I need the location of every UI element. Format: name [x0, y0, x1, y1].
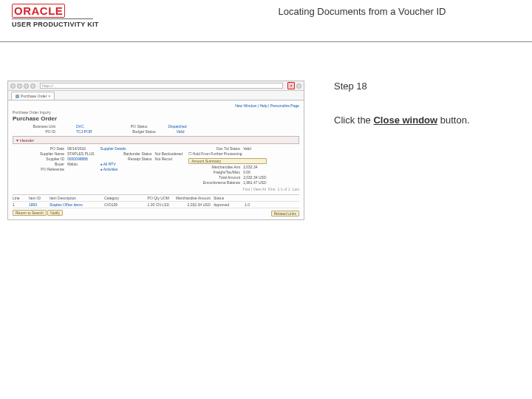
link-supplier-details[interactable]: Supplier Details	[100, 146, 126, 151]
link-activities[interactable]: ● Activities	[100, 167, 118, 171]
amount-summary-button[interactable]: Amount Summary	[188, 158, 266, 164]
oracle-logo: ORACLE	[12, 4, 204, 17]
brand-block: ORACLE USER PRODUCTIVITY KIT	[12, 4, 204, 28]
app-content: New Window | Help | Personalize Page Pur…	[8, 100, 304, 219]
header-col-mid: Supplier Details Backorder StatusNot Bac…	[100, 146, 183, 185]
header-details-grid: PO Date09/14/2016 Supplier NameSTAPLES P…	[13, 146, 299, 185]
pager-first[interactable]: First	[268, 187, 276, 191]
notify-button[interactable]: Notify	[47, 210, 63, 216]
instruction-text: Click the Close window button.	[334, 114, 522, 127]
label-po-status: PO Status	[105, 124, 148, 129]
value-po-status: Dispatched	[168, 124, 187, 129]
nav-refresh-icon[interactable]	[24, 83, 29, 89]
window-utility-links[interactable]: New Window | Help | Personalize Page	[13, 103, 299, 108]
page-heading: Purchase Order	[13, 115, 299, 122]
label-business-unit: Business Unit	[13, 124, 55, 129]
tab-label: Purchase Order	[21, 94, 47, 98]
cell-amt: 2,032.34 USD	[172, 202, 211, 207]
nav-home-icon[interactable]	[30, 83, 35, 89]
value-receipt: Not Recvd	[155, 157, 172, 161]
col-cat: Category	[104, 196, 129, 200]
summary-row: PO ID TCJ-POR Budget Status Valid	[13, 129, 299, 134]
tab-close-icon[interactable]: ×	[48, 94, 50, 98]
label-po-id: PO ID	[13, 129, 55, 134]
page-header: ORACLE USER PRODUCTIVITY KIT Locating Do…	[0, 0, 532, 42]
label-buyer: Buyer	[13, 162, 64, 166]
col-stat: Status	[214, 196, 242, 200]
nav-back-icon[interactable]	[10, 83, 16, 89]
label-freight: Freight/Tax/Misc	[188, 170, 240, 174]
col-item: Item ID	[29, 196, 47, 200]
value-encumbrance: 1,981.47 USD	[243, 180, 266, 185]
grid-pager: Find | View All First 1-1 of 1 Last	[13, 187, 299, 191]
page-title: Locating Documents from a Voucher ID	[204, 4, 520, 17]
pager-find-link[interactable]: Find | View All	[243, 187, 266, 191]
col-desc: Item Description	[50, 196, 101, 200]
browser-tab[interactable]: Purchase Order ×	[11, 92, 55, 100]
page-footer-buttons: Return to Search Notify Related Links	[13, 211, 299, 216]
step-number: Step 18	[334, 81, 522, 92]
header-col-right: Doc Tol StatusValid ☐ Hold From Further …	[188, 146, 266, 185]
address-bar[interactable]: https://…	[40, 83, 283, 89]
value-doc-tol: Valid	[243, 146, 251, 151]
header-section-toggle[interactable]: ▾ Header	[13, 136, 299, 144]
screenshot-pane: https://… × Purchase Order × New Window …	[0, 42, 318, 220]
link-all-rtv[interactable]: ● All RTV	[100, 162, 116, 166]
label-encumbrance: Encumbrance Balance	[188, 180, 240, 185]
instruction-tail: button.	[437, 115, 469, 126]
label-supplier-id: Supplier ID	[13, 157, 64, 161]
value-po-id: TCJ-POR	[76, 129, 92, 134]
instruction-lead: Click the	[334, 115, 373, 126]
cell-cat: CV0139	[104, 202, 129, 207]
lines-table: Line Item ID Item Description Category P…	[13, 194, 299, 208]
pager-range: 1-1 of 1	[278, 187, 290, 191]
label-supplier-name: Supplier Name	[13, 151, 64, 156]
value-supplier-name: STAPLES PLUS	[67, 151, 95, 156]
label-budget-status: Budget Status	[113, 129, 156, 134]
col-amt: Merchandise Amount	[172, 196, 211, 200]
label-po-ref: PO Reference	[13, 167, 64, 171]
browser-tabstrip: Purchase Order ×	[8, 91, 304, 100]
pager-last[interactable]: Last	[293, 187, 299, 191]
value-business-unit: DVC	[76, 124, 84, 129]
related-links-button[interactable]: Related Links	[271, 211, 299, 216]
value-po-date: 09/14/2016	[67, 146, 86, 151]
label-merch-amt: Merchandise Amt	[188, 165, 240, 169]
label-backorder: Backorder Status	[100, 151, 152, 156]
value-total-amt: 2,032.34 USD	[243, 175, 266, 180]
value-freight: 0.00	[243, 170, 250, 174]
label-total-amt: Total Amount	[188, 175, 240, 180]
return-to-search-button[interactable]: Return to Search	[13, 210, 47, 216]
col-uom: PO Qty UOM	[132, 196, 169, 200]
col-line: Line	[13, 196, 26, 200]
logo-divider	[12, 18, 93, 19]
nav-forward-icon[interactable]	[17, 83, 22, 89]
breadcrumb: Purchase Order Inquiry	[13, 110, 299, 115]
cell-line: 1	[13, 202, 26, 207]
browser-toolbar: https://… ×	[8, 81, 304, 91]
header-col-left: PO Date09/14/2016 Supplier NameSTAPLES P…	[13, 146, 95, 185]
cell-stat: Approved	[214, 202, 242, 207]
cell-br: 1.0	[245, 202, 258, 207]
value-buyer: Waldo	[67, 162, 78, 166]
value-merch-amt: 2,032.34	[243, 165, 257, 169]
checkbox-hold-processing[interactable]: ☐ Hold From Further Processing	[188, 151, 242, 156]
product-subtitle: USER PRODUCTIVITY KIT	[12, 21, 204, 28]
instruction-target: Close window	[373, 115, 437, 126]
value-budget-status: Valid	[177, 129, 185, 134]
value-backorder: Not Backordered	[155, 151, 183, 156]
label-po-date: PO Date	[13, 146, 64, 151]
app-window: https://… × Purchase Order × New Window …	[7, 81, 304, 220]
summary-row: Business Unit DVC PO Status Dispatched	[13, 124, 299, 129]
table-header-row: Line Item ID Item Description Category P…	[13, 195, 299, 202]
instruction-pane: Step 18 Click the Close window button.	[318, 42, 532, 220]
tab-favicon-icon	[16, 95, 19, 98]
cell-item[interactable]: 1893	[29, 202, 47, 207]
close-window-button[interactable]: ×	[287, 82, 295, 89]
window-menu-icon[interactable]	[296, 83, 301, 89]
cell-uom: 1.00 CN LSD	[132, 202, 169, 207]
value-supplier-id[interactable]: 0000098888	[67, 157, 88, 161]
table-row: 1 1893 Staples Office Items CV0139 1.00 …	[13, 202, 299, 208]
cell-desc[interactable]: Staples Office Items	[50, 202, 101, 207]
label-doc-tol: Doc Tol Status	[188, 146, 240, 151]
